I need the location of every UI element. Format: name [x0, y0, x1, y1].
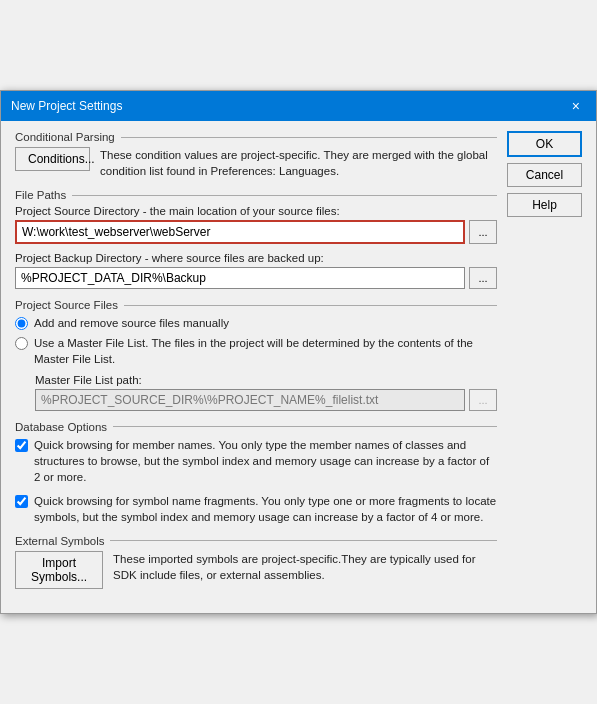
conditional-parsing-section: Conditional Parsing Conditions... These …: [15, 131, 497, 179]
conditions-row: Conditions... These condition values are…: [15, 147, 497, 179]
conditional-parsing-label: Conditional Parsing: [15, 131, 497, 143]
db-checkbox2-row: Quick browsing for symbol name fragments…: [15, 493, 497, 525]
conditional-parsing-description: These condition values are project-speci…: [100, 147, 497, 179]
dialog-body: Conditional Parsing Conditions... These …: [1, 121, 596, 613]
new-project-settings-dialog: New Project Settings × Conditional Parsi…: [0, 90, 597, 614]
import-row: Import Symbols... These imported symbols…: [15, 551, 497, 589]
external-symbols-section: External Symbols Import Symbols... These…: [15, 535, 497, 589]
ok-button[interactable]: OK: [507, 131, 582, 157]
master-path-row: ...: [35, 389, 497, 411]
db-checkbox1-row: Quick browsing for member names. You onl…: [15, 437, 497, 485]
title-bar: New Project Settings ×: [1, 91, 596, 121]
project-source-files-section: Project Source Files Add and remove sour…: [15, 299, 497, 410]
backup-dir-input[interactable]: [15, 267, 465, 289]
help-button[interactable]: Help: [507, 193, 582, 217]
master-path-label: Master File List path:: [35, 374, 497, 386]
dialog-title: New Project Settings: [11, 99, 122, 113]
cancel-button[interactable]: Cancel: [507, 163, 582, 187]
conditions-button[interactable]: Conditions...: [15, 147, 90, 171]
master-path-browse-button[interactable]: ...: [469, 389, 497, 411]
radio-group: Add and remove source files manually Use…: [15, 315, 497, 367]
main-content: Conditional Parsing Conditions... These …: [15, 131, 497, 599]
db-checkbox2[interactable]: [15, 495, 28, 508]
radio-manual[interactable]: [15, 317, 28, 330]
file-paths-section: File Paths Project Source Directory - th…: [15, 189, 497, 289]
db-checkbox1-label: Quick browsing for member names. You onl…: [34, 437, 497, 485]
master-path-input[interactable]: [35, 389, 465, 411]
radio-master-row: Use a Master File List. The files in the…: [15, 335, 497, 367]
master-path-section: Master File List path: ...: [35, 374, 497, 411]
side-buttons: OK Cancel Help: [507, 131, 582, 599]
db-checkbox1[interactable]: [15, 439, 28, 452]
close-button[interactable]: ×: [566, 97, 586, 115]
file-paths-label: File Paths: [15, 189, 497, 201]
import-symbols-button[interactable]: Import Symbols...: [15, 551, 103, 589]
radio-master-label: Use a Master File List. The files in the…: [34, 335, 497, 367]
external-symbols-label: External Symbols: [15, 535, 497, 547]
database-options-label: Database Options: [15, 421, 497, 433]
backup-dir-row: ...: [15, 267, 497, 289]
source-files-label: Project Source Files: [15, 299, 497, 311]
db-checkbox2-label: Quick browsing for symbol name fragments…: [34, 493, 497, 525]
backup-dir-browse-button[interactable]: ...: [469, 267, 497, 289]
radio-manual-row: Add and remove source files manually: [15, 315, 497, 331]
source-dir-input[interactable]: [15, 220, 465, 244]
backup-dir-label: Project Backup Directory - where source …: [15, 252, 497, 264]
radio-master[interactable]: [15, 337, 28, 350]
database-options-section: Database Options Quick browsing for memb…: [15, 421, 497, 525]
external-symbols-description: These imported symbols are project-speci…: [113, 551, 497, 583]
source-dir-row: ...: [15, 220, 497, 244]
radio-manual-label: Add and remove source files manually: [34, 315, 229, 331]
source-dir-browse-button[interactable]: ...: [469, 220, 497, 244]
source-dir-label: Project Source Directory - the main loca…: [15, 205, 497, 217]
